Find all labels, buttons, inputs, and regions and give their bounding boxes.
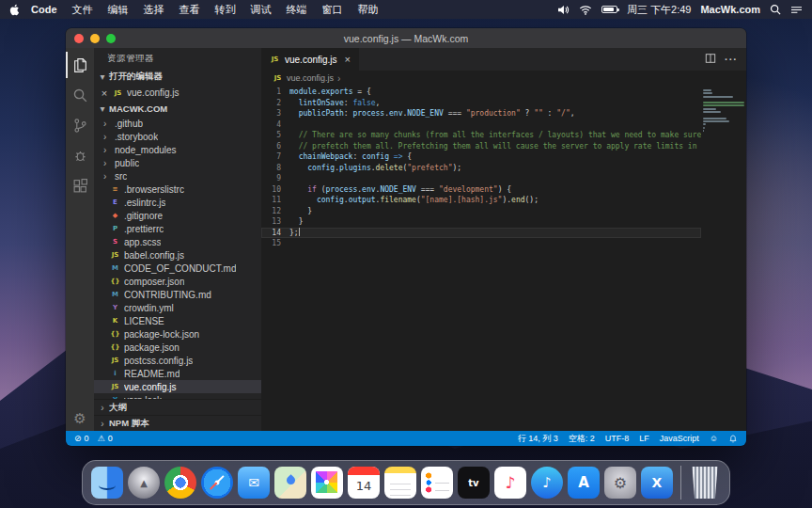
statusbar-segment-4[interactable]: JavaScript (660, 434, 699, 443)
tree-item-src[interactable]: ›src (94, 169, 261, 183)
tab-vue-config-js[interactable]: JS vue.config.js × (261, 48, 359, 71)
menu-item-4[interactable]: 查看 (172, 3, 208, 17)
code-line-15[interactable]: 15 (261, 238, 701, 249)
menu-item-8[interactable]: 窗口 (315, 3, 351, 17)
mail-dock-icon[interactable]: ✉ (238, 467, 270, 499)
tree-item-package-lock.json[interactable]: {}package-lock.json (94, 327, 261, 341)
menu-item-7[interactable]: 终端 (279, 3, 315, 17)
chrome-dock-icon[interactable] (164, 467, 196, 499)
code-line-10[interactable]: 10 if (process.env.NODE_ENV === "develop… (261, 184, 701, 196)
code-line-4[interactable]: 4 (261, 119, 701, 131)
tree-item-composer.json[interactable]: {}composer.json (94, 275, 261, 288)
split-editor-icon[interactable] (705, 53, 716, 66)
itunes-dock-icon[interactable]: ♪ (531, 467, 563, 499)
code-line-14[interactable]: 14}; (261, 228, 701, 239)
spotlight-search-icon[interactable] (770, 4, 781, 15)
code-line-3[interactable]: 3 publicPath: process.env.NODE_ENV === "… (261, 108, 701, 119)
open-editor-item[interactable]: × JS vue.config.js (94, 85, 261, 101)
menu-item-6[interactable]: 调试 (243, 3, 279, 17)
xcode-dock-icon[interactable]: X (641, 467, 673, 499)
close-icon[interactable]: × (100, 87, 109, 99)
tree-item-babel.config.js[interactable]: JSbabel.config.js (94, 248, 261, 262)
notifications-bell-icon[interactable] (728, 434, 738, 444)
close-window-button[interactable] (74, 34, 84, 43)
notification-center-icon[interactable] (790, 5, 803, 15)
code-line-6[interactable]: 6 // prefetch them all. Prefetching them… (261, 141, 701, 152)
tree-item-LICENSE[interactable]: KLICENSE (94, 314, 261, 327)
code-line-13[interactable]: 13 } (261, 216, 701, 228)
code-line-2[interactable]: 2 lintOnSave: false, (261, 98, 701, 109)
tree-item-node_modules[interactable]: ›node_modules (94, 143, 261, 156)
tree-item-.storybook[interactable]: ›.storybook (94, 130, 261, 143)
more-actions-icon[interactable]: ··· (725, 54, 738, 65)
volume-icon[interactable] (557, 5, 570, 15)
tree-item-CONTRIBUTING.md[interactable]: MCONTRIBUTING.md (94, 288, 261, 301)
npm-scripts-section-header[interactable]: › NPM 脚本 (94, 415, 261, 431)
tree-item-vue.config.js[interactable]: JSvue.config.js (94, 380, 261, 393)
launchpad-dock-icon[interactable]: ▲ (128, 467, 160, 499)
statusbar-segment-0[interactable]: 行 14, 列 3 (518, 433, 558, 445)
tree-item-CODE_OF_CONDUCT.md[interactable]: MCODE_OF_CONDUCT.md (94, 262, 261, 275)
root-folder-header[interactable]: ▾ MACWK.COM (94, 101, 261, 117)
appstore-dock-icon[interactable]: A (568, 467, 600, 499)
tree-item-.eslintrc.js[interactable]: E.eslintrc.js (94, 196, 261, 209)
settings-icon[interactable]: ⚙ (73, 411, 86, 425)
source-control-icon[interactable] (66, 112, 94, 138)
tree-item-.github[interactable]: ›.github (94, 117, 261, 130)
minimap[interactable] (701, 86, 746, 431)
finder-dock-icon[interactable] (91, 467, 123, 499)
music-dock-icon[interactable]: ♪ (494, 467, 526, 499)
menubar-clock[interactable]: 周三 下午2:49 (627, 3, 691, 17)
open-editors-header[interactable]: ▾ 打开的编辑器 (94, 69, 261, 85)
calendar-dock-icon[interactable]: 14 (348, 467, 380, 499)
explorer-icon[interactable] (66, 52, 94, 78)
menu-item-2[interactable]: 编辑 (101, 3, 136, 17)
maps-dock-icon[interactable] (274, 467, 306, 499)
tree-item-.gitignore[interactable]: ◆.gitignore (94, 209, 261, 222)
tree-item-crowdin.yml[interactable]: Ycrowdin.yml (94, 301, 261, 314)
menu-item-9[interactable]: 帮助 (351, 3, 386, 17)
code-line-12[interactable]: 12 } (261, 206, 701, 217)
statusbar-segment-1[interactable]: 空格: 2 (569, 433, 595, 445)
errors-indicator[interactable]: ⊘ 0 (74, 434, 89, 443)
minimize-window-button[interactable] (90, 34, 100, 43)
tree-item-.prettierrc[interactable]: P.prettierrc (94, 222, 261, 235)
code-line-1[interactable]: 1module.exports = { (261, 87, 701, 98)
close-tab-icon[interactable]: × (345, 54, 351, 65)
code-line-9[interactable]: 9 (261, 173, 701, 184)
settings-dock-icon[interactable]: ⚙ (604, 467, 636, 499)
notes-dock-icon[interactable] (384, 467, 416, 499)
code-line-8[interactable]: 8 config.plugins.delete("prefetch"); (261, 163, 701, 174)
outline-section-header[interactable]: › 大纲 (94, 399, 261, 415)
code-line-5[interactable]: 5 // There are so many chunks (from all … (261, 130, 701, 141)
statusbar-segment-3[interactable]: LF (639, 434, 649, 443)
tree-item-public[interactable]: ›public (94, 156, 261, 169)
tree-item-package.json[interactable]: {}package.json (94, 341, 261, 354)
debug-icon[interactable] (66, 142, 94, 168)
tv-dock-icon[interactable]: tv (458, 467, 490, 499)
breadcrumb[interactable]: JS vue.config.js › (261, 71, 746, 86)
tree-item-postcss.config.js[interactable]: JSpostcss.config.js (94, 354, 261, 367)
search-icon[interactable] (66, 82, 94, 108)
feedback-smiley-icon[interactable]: ☺ (710, 434, 718, 443)
statusbar-segment-2[interactable]: UTF-8 (605, 434, 630, 443)
window-titlebar[interactable]: vue.config.js — MacWk.com (66, 28, 746, 48)
warnings-indicator[interactable]: ⚠ 0 (98, 434, 113, 443)
extensions-icon[interactable] (66, 172, 94, 198)
menu-item-5[interactable]: 转到 (208, 3, 243, 17)
safari-dock-icon[interactable] (201, 467, 233, 499)
zoom-window-button[interactable] (106, 34, 116, 43)
code-editor[interactable]: 1module.exports = {2 lintOnSave: false,3… (261, 86, 746, 431)
code-line-7[interactable]: 7 chainWebpack: config => { (261, 151, 701, 163)
tree-item-app.scss[interactable]: Sapp.scss (94, 235, 261, 248)
tree-item-README.md[interactable]: iREADME.md (94, 367, 261, 380)
reminders-dock-icon[interactable] (421, 467, 453, 499)
wifi-icon[interactable] (579, 5, 592, 15)
photos-dock-icon[interactable] (311, 467, 343, 499)
trash-dock-icon[interactable] (689, 467, 721, 499)
menu-item-app[interactable]: Code (23, 4, 65, 15)
menu-item-1[interactable]: 文件 (65, 3, 101, 17)
menu-item-3[interactable]: 选择 (136, 3, 172, 17)
apple-menu-icon[interactable] (9, 4, 20, 16)
battery-icon[interactable] (601, 6, 617, 13)
